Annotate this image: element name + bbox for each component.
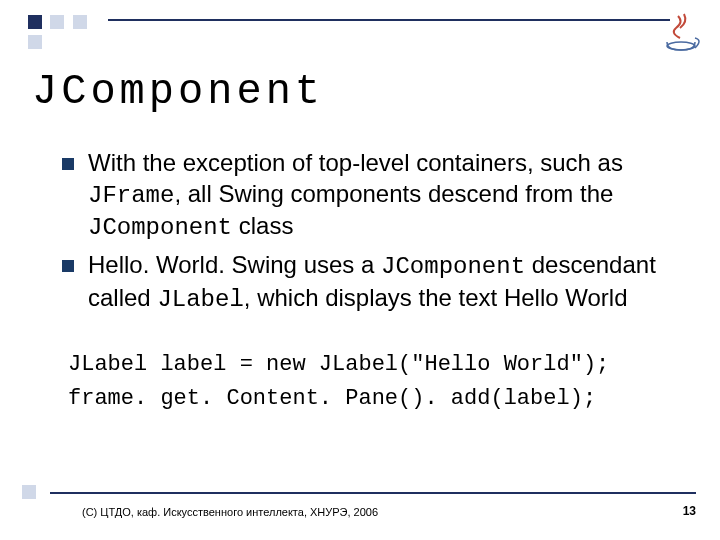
corner-square-bottom <box>22 482 40 500</box>
footer-text: (С) ЦТДО, каф. Искусственного интеллекта… <box>82 506 378 518</box>
code-line: JLabel label = new JLabel("Hello World")… <box>68 348 680 382</box>
code-run: JFrame <box>88 182 174 209</box>
square-icon <box>73 15 87 29</box>
horizontal-rule-top <box>108 19 670 21</box>
list-item: With the exception of top-level containe… <box>62 148 670 244</box>
square-icon <box>22 485 36 499</box>
list-item: Hello. World. Swing uses a JComponent de… <box>62 250 670 315</box>
text-run: class <box>232 212 293 239</box>
square-icon <box>50 15 64 29</box>
code-line: frame. get. Content. Pane(). add(label); <box>68 382 680 416</box>
code-run: JLabel <box>157 286 243 313</box>
java-logo-icon <box>660 12 702 54</box>
slide-title: JComponent <box>32 68 324 116</box>
bullet-icon <box>62 158 74 170</box>
text-run: , which displays the text Hello World <box>244 284 628 311</box>
code-run: JComponent <box>88 214 232 241</box>
bullet-text: Hello. World. Swing uses a JComponent de… <box>88 250 670 315</box>
square-icon <box>28 35 42 49</box>
code-run: JComponent <box>381 253 525 280</box>
bullet-list: With the exception of top-level containe… <box>62 148 670 322</box>
page-number: 13 <box>683 504 696 518</box>
slide: JComponent With the exception of top-lev… <box>0 0 720 540</box>
corner-squares-top <box>28 12 91 49</box>
square-icon <box>28 15 42 29</box>
bullet-text: With the exception of top-level containe… <box>88 148 670 244</box>
horizontal-rule-bottom <box>50 492 696 494</box>
text-run: With the exception of top-level containe… <box>88 149 623 176</box>
code-block: JLabel label = new JLabel("Hello World")… <box>68 348 680 416</box>
text-run: Hello. World. Swing uses a <box>88 251 381 278</box>
bullet-icon <box>62 260 74 272</box>
text-run: , all Swing components descend from the <box>174 180 613 207</box>
